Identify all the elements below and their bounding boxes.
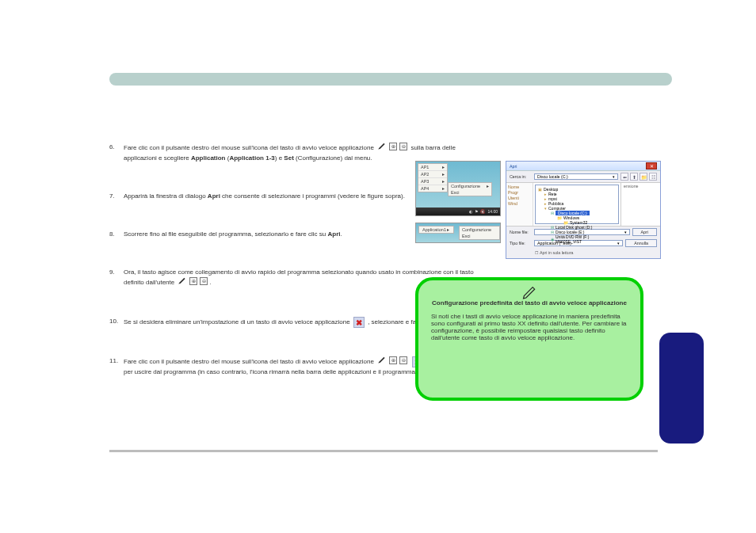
filename-label: Nome file: [510, 230, 532, 234]
taskbar: ◐⚑🔇 14.00 [416, 207, 500, 215]
bold: Apri [327, 230, 340, 238]
folder-tree: ▣Desktop ▸Rete ▸mpst ▸Pubblica ▾Computer… [535, 185, 619, 224]
new-folder-icon: 📁 [640, 173, 647, 181]
app-button: Application1 ▸ [418, 226, 454, 234]
submenu-item: Configurazione▸ [449, 183, 491, 189]
column-header: ensione [620, 183, 660, 226]
context-menu-screenshot: AP1▸ AP2▸ AP3▸ AP4▸ Configurazione▸ Esci… [415, 161, 501, 216]
text: (vedere le figure sopra). [338, 192, 405, 200]
pen-icon [178, 277, 187, 288]
step-number: 9. [109, 268, 115, 277]
submenu-item: Esci [449, 189, 491, 196]
bold: Application [191, 154, 226, 162]
cancel-button: Annulla [625, 239, 657, 247]
text: Fare clic con il pulsante destro del mou… [124, 144, 374, 151]
menu-item: AP3▸ [418, 178, 447, 185]
footer-rule [109, 450, 658, 452]
text: Apparirà la finestra di dialogo [124, 192, 206, 200]
pencil-icon [521, 287, 537, 303]
screenshot-group: AP1▸ AP2▸ AP3▸ AP4▸ Configurazione▸ Esci… [415, 161, 661, 259]
lookin-label: Cerca in: [510, 174, 532, 179]
text: (Configurazione) dal menu. [296, 154, 372, 162]
step-number: 10. [109, 317, 118, 326]
bold: Application 1-3 [229, 154, 274, 162]
pen-icon [377, 356, 387, 367]
side-tab [659, 333, 704, 444]
text: che consente di selezionare i programmi [222, 192, 336, 200]
text: Se si desidera eliminare un'impostazione… [124, 318, 350, 326]
zoom-in-icon: ⊕ [389, 143, 397, 150]
menu-item: AP1▸ [418, 164, 447, 171]
text: ) e [275, 154, 282, 162]
clock: 14.00 [487, 209, 498, 214]
checkbox: ☐ [535, 250, 538, 255]
readonly-label: Apri in sola lettura [540, 250, 573, 255]
zoom-out-icon: ⊖ [200, 277, 208, 285]
clear-icon: ✖ [353, 317, 365, 328]
open-button: Apri [632, 228, 657, 236]
zoom-in-icon: ⊕ [389, 356, 397, 364]
zoom-in-icon: ⊕ [189, 277, 197, 285]
open-dialog-screenshot: Apri ✕ Cerca in: Disco locale (C:)▾ ⬅ ⬆ … [506, 161, 661, 259]
lookin-combo: Disco locale (C:)▾ [534, 173, 618, 180]
up-icon: ⬆ [630, 173, 638, 181]
step-number: 6. [109, 143, 115, 152]
text: Fare clic con il pulsante destro del mou… [124, 358, 374, 365]
bold: Set [284, 154, 293, 162]
views-icon: ☷ [649, 173, 657, 181]
submenu-item: Configurazione [460, 227, 499, 233]
tip-box: Configurazione predefinita del tasto di … [415, 277, 643, 401]
step-number: 11. [109, 356, 118, 366]
menu-item: AP4▸ [418, 185, 447, 192]
step-number: 8. [109, 230, 115, 239]
dialog-title: Apri [510, 164, 517, 169]
text: . [209, 279, 211, 286]
close-icon: ✕ [646, 162, 657, 169]
back-icon: ⬅ [620, 173, 628, 181]
tray-icon: ⚑ [475, 209, 478, 214]
tip-body: Si noti che i tasti di avvio veloce appl… [431, 313, 628, 341]
text: . [340, 230, 342, 238]
filetype-label: Tipo file: [510, 241, 532, 246]
pen-icon [377, 143, 387, 154]
bold: Apri [208, 192, 220, 200]
zoom-out-icon: ⊖ [399, 143, 407, 150]
header-band [109, 73, 672, 86]
toolbar-screenshot: Application1 ▸ Configurazione Esci [415, 223, 501, 243]
tray-icon: 🔇 [480, 209, 485, 214]
places-sidebar: Nome Progr Utenti Wind [506, 183, 533, 226]
zoom-out-icon: ⊖ [399, 356, 407, 364]
step-number: 7. [109, 192, 115, 201]
text: Scorrere fino al file eseguibile del pro… [124, 230, 326, 238]
submenu-item: Esci [460, 233, 499, 239]
tray-icon: ◐ [469, 209, 472, 214]
menu-item: AP2▸ [418, 171, 447, 178]
